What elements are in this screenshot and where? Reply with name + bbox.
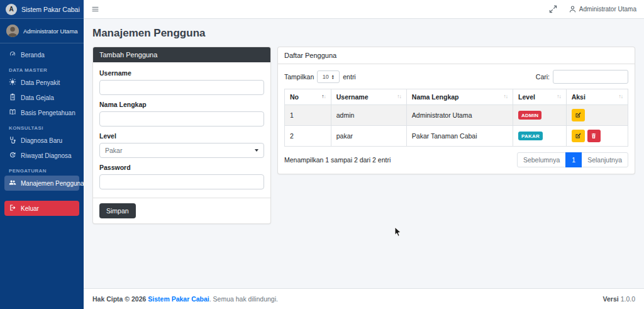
- navbar-user-menu[interactable]: Administrator Utama: [569, 5, 636, 13]
- sidebar-item-basis-pengetahuan[interactable]: Basis Pengetahuan: [4, 105, 79, 120]
- search-control: Cari:: [536, 70, 628, 84]
- sidebar-item-keluar[interactable]: Keluar: [4, 201, 79, 216]
- copyright-text: Hak Cipta © 2026 Sistem Pakar Cabai. Sem…: [92, 295, 278, 303]
- avatar: [6, 25, 19, 37]
- sidebar-section-data-master: DATA MASTER: [4, 62, 79, 75]
- sidebar-item-label: Keluar: [21, 205, 39, 212]
- pencil-square-icon: [575, 112, 581, 118]
- sidebar-item-label: Beranda: [21, 52, 45, 59]
- password-label: Password: [99, 164, 264, 171]
- pagination-next-button[interactable]: Selanjutnya: [581, 152, 628, 167]
- copyright-suffix: . Semua hak dilindungi.: [209, 295, 278, 303]
- version-text: Versi 1.0.0: [603, 295, 635, 303]
- sidebar-item-data-gejala[interactable]: Data Gejala: [4, 90, 79, 105]
- form-card-footer: Simpan: [93, 198, 270, 223]
- sort-icon: ↑↓: [619, 93, 623, 99]
- table-card-body: Tampilkan 10 ▲▼ entri Cari:: [278, 64, 635, 174]
- cell-username: admin: [331, 105, 406, 126]
- table-card-header: Daftar Pengguna: [278, 47, 635, 64]
- app-window: A Sistem Pakar Cabai Administrator Utama…: [0, 0, 644, 309]
- content-row: Tambah Pengguna Username Nama Lengkap Le…: [92, 47, 635, 224]
- sidebar-user-panel[interactable]: Administrator Utama: [0, 19, 84, 43]
- clipboard-icon: [9, 93, 16, 102]
- cell-no: 1: [285, 105, 331, 126]
- top-navbar: Administrator Utama: [84, 0, 644, 19]
- level-label: Level: [99, 132, 264, 140]
- content-area: Manajemen Pengguna Tambah Pengguna Usern…: [84, 19, 644, 288]
- cell-no: 2: [285, 126, 331, 147]
- sidebar-item-label: Riwayat Diagnosa: [21, 152, 72, 159]
- version-label: Versi: [603, 295, 619, 303]
- level-badge-pakar: PAKAR: [518, 132, 543, 140]
- column-header-no[interactable]: No↑↓: [285, 89, 331, 105]
- sidebar-nav: Beranda DATA MASTER Data Penyakit Data G…: [0, 43, 84, 220]
- chevron-down-icon: [255, 149, 258, 152]
- cell-aksi: [566, 105, 628, 126]
- pagination-prev-button[interactable]: Sebelumnya: [517, 152, 566, 167]
- nama-lengkap-label: Nama Lengkap: [99, 101, 264, 108]
- search-input[interactable]: [553, 70, 628, 84]
- delete-button[interactable]: [587, 130, 601, 142]
- column-header-nama-lengkap[interactable]: Nama Lengkap↑↓: [406, 89, 513, 105]
- username-label: Username: [99, 69, 264, 77]
- sidebar-toggle-button[interactable]: [91, 5, 99, 13]
- sign-out-icon: [9, 204, 16, 213]
- page-footer: Hak Cipta © 2026 Sistem Pakar Cabai. Sem…: [84, 288, 644, 309]
- edit-button[interactable]: [572, 109, 585, 121]
- sidebar-item-riwayat-diagnosa[interactable]: Riwayat Diagnosa: [4, 148, 79, 163]
- sidebar-item-diagnosa-baru[interactable]: Diagnosa Baru: [4, 133, 79, 148]
- sidebar-item-beranda[interactable]: Beranda: [4, 47, 79, 62]
- cell-aksi: [566, 126, 628, 147]
- sidebar-item-manajemen-pengguna[interactable]: Manajemen Pengguna: [4, 176, 79, 191]
- sort-icon: ↑↓: [321, 93, 326, 99]
- speedometer-icon: [9, 50, 16, 59]
- history-icon: [9, 151, 16, 160]
- cell-username: pakar: [331, 126, 406, 147]
- page-length-control: Tampilkan 10 ▲▼ entri: [284, 70, 356, 83]
- edit-button[interactable]: [572, 130, 585, 142]
- app-logo-icon: A: [6, 4, 17, 15]
- updown-icon: ▲▼: [331, 74, 335, 79]
- fullscreen-button[interactable]: [549, 5, 557, 13]
- datatable-footer: Menampilkan 1 sampai 2 dari 2 entri Sebe…: [284, 152, 628, 167]
- level-select[interactable]: Pakar: [99, 143, 264, 158]
- sidebar-item-label: Data Gejala: [21, 94, 54, 101]
- sidebar-section-pengaturan: PENGATURAN: [4, 163, 79, 176]
- brand[interactable]: A Sistem Pakar Cabai: [0, 0, 84, 19]
- search-label: Cari:: [536, 73, 550, 81]
- pagination-page-1-button[interactable]: 1: [565, 152, 582, 167]
- level-select-value: Pakar: [105, 147, 122, 154]
- cell-level: PAKAR: [513, 126, 567, 147]
- password-input[interactable]: [99, 174, 264, 189]
- column-header-username[interactable]: Username↑↓: [331, 89, 406, 105]
- simpan-button[interactable]: Simpan: [99, 203, 136, 218]
- sidebar-item-label: Basis Pengetahuan: [21, 110, 75, 116]
- level-badge-admin: ADMIN: [518, 111, 541, 120]
- column-header-aksi[interactable]: Aksi↑↓: [566, 89, 628, 105]
- navbar-user-label: Administrator Utama: [579, 6, 636, 13]
- sidebar-item-label: Data Penyakit: [21, 79, 60, 86]
- main-column: Administrator Utama Manajemen Pengguna T…: [84, 0, 644, 309]
- hamburger-icon: [91, 5, 99, 13]
- navbar-right: Administrator Utama: [549, 5, 636, 13]
- stethoscope-icon: [9, 136, 16, 145]
- sidebar: A Sistem Pakar Cabai Administrator Utama…: [0, 0, 84, 309]
- footer-brand-link[interactable]: Sistem Pakar Cabai: [148, 295, 209, 303]
- page-length-select[interactable]: 10 ▲▼: [317, 70, 340, 83]
- username-input[interactable]: [99, 80, 264, 95]
- sidebar-section-konsultasi: KONSULTASI: [4, 120, 79, 133]
- nama-lengkap-input[interactable]: [99, 111, 264, 126]
- datatable-controls: Tampilkan 10 ▲▼ entri Cari:: [284, 70, 628, 84]
- column-header-level[interactable]: Level↑↓: [513, 89, 567, 105]
- form-card-header: Tambah Pengguna: [93, 47, 270, 62]
- cell-nama: Pakar Tanaman Cabai: [406, 126, 513, 147]
- table-info-text: Menampilkan 1 sampai 2 dari 2 entri: [284, 156, 391, 164]
- sort-icon: ↑↓: [557, 93, 561, 99]
- sidebar-item-label: Manajemen Pengguna: [21, 180, 84, 187]
- sidebar-item-data-penyakit[interactable]: Data Penyakit: [4, 75, 79, 90]
- tambah-pengguna-card: Tambah Pengguna Username Nama Lengkap Le…: [92, 47, 271, 224]
- person-icon: [569, 5, 577, 13]
- table-row: 1 admin Administrator Utama ADMIN: [285, 105, 628, 126]
- cell-nama: Administrator Utama: [406, 105, 513, 126]
- sidebar-user-name: Administrator Utama: [23, 28, 78, 35]
